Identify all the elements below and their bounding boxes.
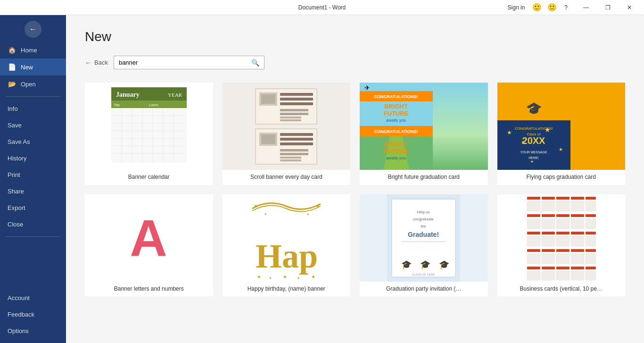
svg-text:★: ★ [316, 203, 320, 209]
search-input[interactable] [114, 56, 247, 69]
svg-rect-26 [280, 109, 308, 111]
sidebar-print-label: Print [8, 171, 20, 178]
template-thumb-bright-future: CONGRATULATIONS! CONGRATULATIONS! ✈ BRIG… [360, 83, 488, 170]
svg-text:★: ★ [257, 274, 261, 279]
sidebar-item-save[interactable]: Save [0, 117, 66, 134]
svg-rect-123 [527, 249, 540, 252]
sidebar-close-label: Close [8, 221, 23, 228]
svg-text:★: ★ [311, 274, 315, 279]
template-name-grad-party: Graduation party invitation (… [360, 282, 488, 297]
home-icon: 🏠 [8, 46, 16, 54]
minimize-button[interactable]: — [575, 0, 597, 15]
svg-rect-104 [542, 214, 555, 217]
svg-rect-23 [280, 93, 313, 96]
svg-rect-142 [586, 271, 596, 280]
svg-text:★: ★ [283, 274, 287, 279]
template-card-grad-party[interactable]: Help us congratulate the Graduate! 🎓 🎓 🎓 [360, 194, 488, 297]
sidebar-history-label: History [8, 155, 26, 162]
template-card-banner-letters[interactable]: A Banner letters and numbers [85, 194, 213, 297]
template-card-flying-caps[interactable]: ★ ★ ★ ★ ★ 🎓 CONGRATULATIONS! Class of 20… [497, 83, 626, 185]
sidebar-item-close[interactable]: Close [0, 216, 66, 233]
svg-rect-108 [527, 218, 540, 229]
sidebar-item-open[interactable]: 📂 Open [0, 75, 66, 92]
svg-text:✦: ✦ [297, 276, 300, 280]
svg-rect-106 [571, 214, 584, 217]
sidebar-item-options[interactable]: Options [0, 323, 66, 339]
svg-rect-28 [280, 117, 301, 118]
svg-rect-99 [542, 201, 555, 211]
sidebar-item-info[interactable]: Info [0, 100, 66, 117]
svg-rect-97 [586, 197, 596, 200]
svg-rect-141 [571, 271, 584, 280]
template-thumb-grad-party: Help us congratulate the Graduate! 🎓 🎓 🎓 [360, 194, 488, 282]
svg-rect-22 [261, 94, 275, 104]
sidebar-item-saveas[interactable]: Save As [0, 134, 66, 150]
svg-text:🎓: 🎓 [439, 259, 450, 270]
svg-rect-114 [542, 232, 555, 234]
back-link[interactable]: ← Back [85, 59, 108, 67]
sidebar-item-home[interactable]: 🏠 Home [0, 42, 66, 59]
svg-rect-36 [280, 142, 313, 145]
svg-text:20XX: 20XX [522, 135, 545, 146]
sidebar-item-account[interactable]: Account [0, 290, 66, 306]
template-name-happy-birthday: Happy birthday, (name) banner [223, 282, 351, 297]
svg-rect-40 [280, 159, 301, 161]
help-button[interactable]: ? [562, 3, 570, 12]
frown-icon: 🙁 [547, 3, 557, 12]
sidebar-item-new[interactable]: 📄 New [0, 59, 66, 75]
page-title: New [85, 29, 625, 44]
svg-text:✦: ✦ [269, 276, 272, 280]
svg-rect-122 [586, 236, 596, 246]
close-button[interactable]: ✕ [619, 0, 640, 15]
svg-text:awaits you: awaits you [386, 118, 406, 123]
template-card-banner-calendar[interactable]: January YEAR Title Lorem [85, 83, 213, 185]
svg-text:BRIGHT: BRIGHT [384, 103, 408, 110]
svg-text:A: A [130, 209, 167, 267]
sidebar-save-label: Save [8, 122, 22, 129]
svg-text:★: ★ [507, 129, 512, 136]
search-box: 🔍 [114, 56, 264, 69]
svg-rect-96 [571, 197, 584, 200]
sidebar-item-feedback[interactable]: Feedback [0, 306, 66, 323]
svg-rect-109 [542, 218, 555, 229]
search-button[interactable]: 🔍 [247, 56, 264, 69]
svg-rect-107 [586, 214, 596, 217]
svg-rect-112 [586, 218, 596, 229]
svg-rect-133 [527, 267, 540, 269]
svg-rect-35 [280, 138, 313, 141]
titlebar: Document1 - Word Sign in 🙂 🙁 ? — ❐ ✕ [0, 0, 644, 15]
template-thumb-banner-calendar: January YEAR Title Lorem [85, 83, 213, 170]
svg-text:Title: Title [114, 103, 120, 107]
template-card-biz-cards[interactable]: Business cards (vertical, 10 pe… [497, 194, 626, 297]
sidebar-item-export[interactable]: Export [0, 200, 66, 216]
template-card-happy-birthday[interactable]: ★ ★ ✦ ✦ Hap ★ ✦ ★ ✦ ★ [223, 194, 351, 297]
back-link-arrow-icon: ← [85, 59, 91, 67]
template-thumb-scroll-banner [223, 83, 351, 170]
signin-button[interactable]: Sign in [506, 3, 527, 12]
svg-rect-137 [586, 267, 596, 269]
template-card-bright-future[interactable]: CONGRATULATIONS! CONGRATULATIONS! ✈ BRIG… [360, 83, 488, 185]
template-card-scroll-banner[interactable]: Scroll banner every day card [223, 83, 351, 185]
svg-text:✈: ✈ [364, 84, 370, 92]
sidebar-item-history[interactable]: History [0, 150, 66, 167]
svg-text:🎓: 🎓 [526, 101, 542, 117]
sidebar-item-share[interactable]: Share [0, 183, 66, 200]
svg-rect-116 [571, 232, 584, 234]
new-doc-icon: 📄 [8, 63, 16, 71]
sidebar-item-print[interactable]: Print [0, 167, 66, 183]
sidebar-saveas-label: Save As [8, 138, 30, 145]
sidebar-account-label: Account [8, 294, 30, 301]
svg-rect-135 [556, 267, 570, 269]
sidebar-divider-top [6, 96, 60, 97]
svg-text:FUTURE: FUTURE [384, 110, 409, 117]
svg-rect-113 [527, 232, 540, 234]
restore-button[interactable]: ❐ [597, 0, 619, 15]
svg-rect-129 [542, 253, 555, 264]
svg-rect-140 [556, 271, 570, 280]
sidebar-options-label: Options [8, 327, 29, 335]
svg-text:Lorem: Lorem [149, 103, 158, 107]
sidebar-back-button[interactable]: ← [25, 21, 41, 38]
svg-rect-25 [280, 102, 313, 105]
template-name-bright-future: Bright future graduation card [360, 170, 488, 185]
svg-text:January: January [116, 91, 140, 98]
